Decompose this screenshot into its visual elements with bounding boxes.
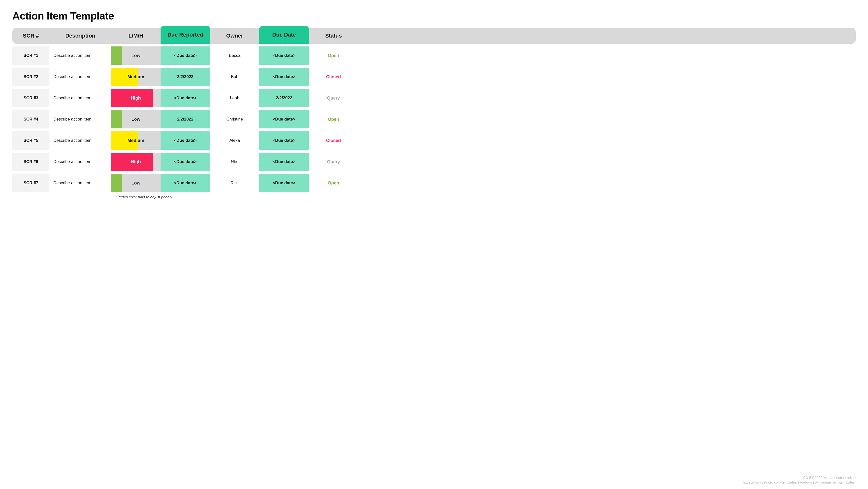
col-due-reported: Due Reported [160,26,210,44]
priority-label: Low [111,181,160,186]
page-title: Action Item Template [12,10,856,22]
status-cell[interactable]: Query [309,89,358,107]
owner-cell[interactable]: Nhu [210,153,259,171]
priority-label: Medium [111,74,160,80]
priority-cell[interactable]: High [111,89,160,107]
table-row: SCR #3Describe action itemHigh<Due date>… [12,88,856,108]
col-status: Status [309,33,358,39]
due-date-cell[interactable]: <Due date> [259,47,309,65]
owner-cell[interactable]: Becca [210,47,259,65]
status-cell[interactable]: Query [309,153,358,171]
priority-label: High [111,96,160,101]
table-row: SCR #2Describe action itemMedium2/2/2022… [12,67,856,87]
table-header: SCR # Description L/M/H Due Reported Own… [12,28,856,44]
status-cell[interactable]: Open [309,110,358,128]
owner-cell[interactable]: Christine [210,110,259,128]
priority-label: Low [111,117,160,122]
status-cell[interactable]: Closed [309,68,358,86]
priority-cell[interactable]: Low [111,174,160,192]
description-cell[interactable]: Describe action item [50,47,111,65]
table-row: SCR #6Describe action itemHigh<Due date>… [12,152,856,172]
owner-cell[interactable]: Rick [210,174,259,192]
priority-cell[interactable]: Low [111,47,160,65]
priority-cell[interactable]: Medium [111,68,160,86]
due-reported-cell[interactable]: <Due date> [160,174,210,192]
priority-cell[interactable]: Low [111,110,160,128]
scr-cell: SCR #7 [12,174,50,192]
due-reported-cell[interactable]: <Due date> [160,153,210,171]
scr-cell: SCR #4 [12,110,50,128]
scr-cell: SCR #6 [12,153,50,171]
due-reported-cell[interactable]: <Due date> [160,131,210,150]
due-date-cell[interactable]: <Due date> [259,174,309,192]
action-item-table: SCR # Description L/M/H Due Reported Own… [12,28,856,193]
status-cell[interactable]: Open [309,174,358,192]
col-due-date: Due Date [259,26,309,44]
table-row: SCR #7Describe action itemLow<Due date>R… [12,173,856,193]
col-owner: Owner [210,33,259,39]
due-reported-cell[interactable]: <Due date> [160,47,210,65]
description-cell[interactable]: Describe action item [50,153,111,171]
due-reported-cell[interactable]: 2/2/2022 [160,68,210,86]
description-cell[interactable]: Describe action item [50,68,111,86]
table-row: SCR #4Describe action itemLow2/2/2022Chr… [12,110,856,129]
owner-cell[interactable]: Bob [210,68,259,86]
status-cell[interactable]: Open [309,47,358,65]
priority-cell[interactable]: Medium [111,131,160,150]
priority-label: Low [111,53,160,58]
table-row: SCR #1Describe action itemLow<Due date>B… [12,46,856,65]
scr-cell: SCR #3 [12,89,50,107]
due-reported-cell[interactable]: <Due date> [160,89,210,107]
due-reported-cell[interactable]: 2/2/2022 [160,110,210,128]
priority-label: High [111,159,160,164]
priority-label: Medium [111,138,160,143]
col-description: Description [50,33,111,39]
description-cell[interactable]: Describe action item [50,110,111,128]
table-row: SCR #5Describe action itemMedium<Due dat… [12,131,856,150]
description-cell[interactable]: Describe action item [50,131,111,150]
scr-cell: SCR #1 [12,47,50,65]
due-date-cell[interactable]: <Due date> [259,153,309,171]
due-date-cell[interactable]: 2/2/2022 [259,89,309,107]
description-cell[interactable]: Describe action item [50,89,111,107]
col-scr: SCR # [12,33,50,39]
due-date-cell[interactable]: <Due date> [259,110,309,128]
owner-cell[interactable]: Alexa [210,131,259,150]
table-body: SCR #1Describe action itemLow<Due date>B… [12,46,856,193]
status-cell[interactable]: Closed [309,131,358,150]
scr-cell: SCR #5 [12,131,50,150]
priority-cell[interactable]: High [111,153,160,171]
due-date-cell[interactable]: <Due date> [259,131,309,150]
owner-cell[interactable]: Leah [210,89,259,107]
description-cell[interactable]: Describe action item [50,174,111,192]
priority-footnote: Stretch color bars to adjust priority [116,195,856,199]
col-priority: L/M/H [111,33,160,39]
due-date-cell[interactable]: <Due date> [259,68,309,86]
scr-cell: SCR #2 [12,68,50,86]
